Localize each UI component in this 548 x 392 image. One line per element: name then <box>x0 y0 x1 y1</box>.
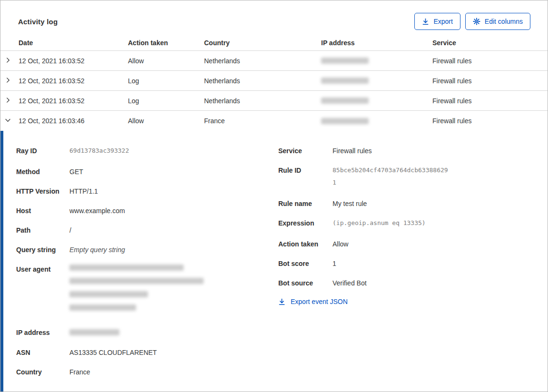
table-row[interactable]: 12 Oct, 2021 16:03:52 Log Netherlands Fi… <box>0 91 548 111</box>
detail-label: Action taken <box>278 239 333 249</box>
redacted-ip-address <box>321 78 369 84</box>
redacted-ip-address <box>321 58 369 64</box>
cell-action: Allow <box>128 117 204 125</box>
column-header-ip: IP address <box>321 39 432 47</box>
column-header-action: Action taken <box>128 39 204 47</box>
header-actions: Export Edit columns <box>414 13 530 30</box>
event-detail-panel: Ray ID 69d13783ac393322 Method GET HTTP … <box>0 131 548 392</box>
detail-label: User agent <box>16 265 69 318</box>
export-button[interactable]: Export <box>414 13 460 30</box>
detail-right-column: Service Firewall rules Rule ID 85bce5b20… <box>278 146 533 305</box>
host-value: www.example.com <box>69 206 125 216</box>
detail-label: Method <box>16 167 69 176</box>
export-button-label: Export <box>433 18 452 25</box>
detail-label: Query string <box>16 245 69 255</box>
table-row[interactable]: 12 Oct, 2021 16:03:52 Allow Netherlands … <box>0 51 548 71</box>
detail-label: Expression <box>278 218 333 229</box>
detail-label: Rule name <box>278 199 333 208</box>
cell-country: Netherlands <box>204 57 321 65</box>
detail-label: Ray ID <box>16 146 69 157</box>
path-value: / <box>69 225 71 235</box>
column-header-date: Date <box>19 39 128 47</box>
cell-service: Firewall rules <box>432 77 548 85</box>
cell-action: Allow <box>128 57 204 65</box>
chevron-right-icon[interactable] <box>5 57 11 65</box>
ray-id-value: 69d13783ac393322 <box>69 145 129 157</box>
redacted-text-line <box>69 265 184 271</box>
cell-country: Netherlands <box>204 77 321 85</box>
detail-label: Path <box>16 225 69 235</box>
country-value: France <box>69 367 90 377</box>
chevron-right-icon[interactable] <box>5 97 11 105</box>
chevron-down-icon[interactable] <box>5 117 11 125</box>
rule-name-value: My test rule <box>333 199 367 208</box>
detail-label: Bot score <box>278 259 333 268</box>
asn-value: AS13335 CLOUDFLARENET <box>69 348 157 357</box>
gear-icon <box>473 18 480 25</box>
detail-label: Rule ID <box>278 166 333 189</box>
method-value: GET <box>69 167 83 176</box>
table-row[interactable]: 12 Oct, 2021 16:03:52 Log Netherlands Fi… <box>0 71 548 91</box>
cell-country: France <box>204 117 321 125</box>
panel-header: Activity log Export <box>0 0 548 35</box>
cell-service: Firewall rules <box>432 57 548 65</box>
redacted-text-line <box>69 291 148 297</box>
redacted-ip-address <box>321 118 369 124</box>
redacted-user-agent <box>69 265 204 318</box>
redacted-text-line <box>69 304 136 311</box>
export-event-json-link[interactable]: Export event JSON <box>278 298 533 305</box>
cell-country: Netherlands <box>204 97 321 105</box>
bot-score-value: 1 <box>333 259 336 268</box>
rule-id-value: 85bce5b204cf4703a764dcb633886291 <box>333 164 451 189</box>
export-event-json-label: Export event JSON <box>291 298 348 305</box>
cell-date: 12 Oct, 2021 16:03:52 <box>19 97 128 105</box>
detail-label: Country <box>16 367 69 377</box>
redacted-ip-address <box>321 98 369 104</box>
detail-label: HTTP Version <box>16 186 69 196</box>
bot-source-value: Verified Bot <box>333 278 367 288</box>
column-header-country: Country <box>204 39 321 47</box>
detail-label: ASN <box>16 348 69 357</box>
detail-left-column: Ray ID 69d13783ac393322 Method GET HTTP … <box>16 146 278 387</box>
http-version-value: HTTP/1.1 <box>69 186 98 196</box>
expression-value: (ip.geoip.asnum eq 13335) <box>333 217 426 229</box>
download-icon <box>422 18 429 25</box>
edit-columns-button-label: Edit columns <box>485 18 523 25</box>
cell-date: 12 Oct, 2021 16:03:52 <box>19 77 128 85</box>
edit-columns-button[interactable]: Edit columns <box>465 13 530 30</box>
detail-label: IP address <box>16 328 69 338</box>
query-string-value: Empty query string <box>69 245 125 255</box>
page-title: Activity log <box>18 13 58 26</box>
table-header-row: Date Action taken Country IP address Ser… <box>0 35 548 51</box>
cell-action: Log <box>128 77 204 85</box>
activity-log-panel: Activity log Export <box>0 0 548 392</box>
table-row-expanded[interactable]: 12 Oct, 2021 16:03:46 Allow France Firew… <box>0 111 548 131</box>
cell-action: Log <box>128 97 204 105</box>
detail-label: Bot source <box>278 278 333 288</box>
detail-label: Service <box>278 146 333 156</box>
cell-service: Firewall rules <box>432 117 548 125</box>
download-icon <box>278 298 285 305</box>
redacted-text-line <box>69 278 204 284</box>
cell-date: 12 Oct, 2021 16:03:52 <box>19 57 128 65</box>
column-header-service: Service <box>432 39 548 47</box>
cell-service: Firewall rules <box>432 97 548 105</box>
cell-date: 12 Oct, 2021 16:03:46 <box>19 117 128 125</box>
action-taken-value: Allow <box>333 239 348 249</box>
redacted-ip-address <box>69 329 119 335</box>
detail-label: Host <box>16 206 69 216</box>
chevron-right-icon[interactable] <box>5 77 11 85</box>
service-value: Firewall rules <box>333 146 372 156</box>
